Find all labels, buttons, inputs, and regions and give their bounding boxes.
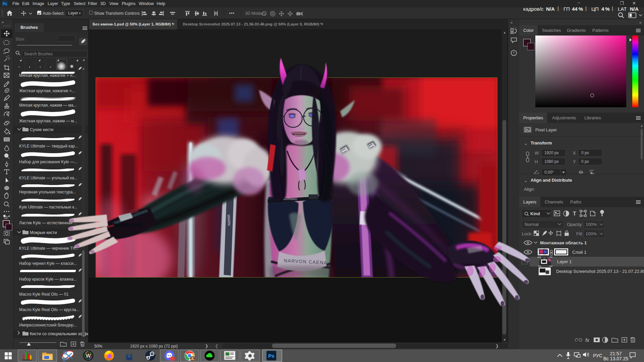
svg-text:Ластик Kyle — естественная ...: Ластик Kyle — естественная ...: [19, 221, 77, 225]
svg-text:100%: 100%: [586, 222, 597, 227]
svg-text:KYLE Ultimate — черчение Th...: KYLE Ultimate — черчение Th...: [19, 246, 78, 251]
svg-text:Lock:: Lock:: [522, 231, 532, 236]
svg-text:fx: fx: [585, 337, 589, 343]
svg-text:Масло Kyle Real Oils — 01: Масло Kyle Real Oils — 01: [19, 292, 69, 297]
svg-text:Kind: Kind: [530, 211, 540, 216]
svg-text:Набор чернил Kyle — класси...: Набор чернил Kyle — класси...: [19, 261, 77, 266]
svg-text:Вс 13.07.25: Вс 13.07.25: [603, 356, 629, 361]
svg-text:T: T: [573, 211, 576, 217]
svg-text:Desktop Screenshot 2025.07.13: Desktop Screenshot 2025.07.13 - 21.07.22…: [556, 269, 644, 274]
svg-text:Kyle Ultimate — пастельные к..: Kyle Ultimate — пастельные к...: [19, 205, 77, 209]
svg-text:Кисти со специальными эффект..: Кисти со специальными эффект...: [30, 331, 88, 336]
svg-text:Неровная угольная текстура...: Неровная угольная текстура...: [19, 190, 76, 194]
svg-text:Сухие кисти: Сухие кисти: [30, 127, 53, 132]
svg-text:Монтажная область 1: Монтажная область 1: [540, 240, 587, 245]
svg-text:Мягкая круглая, нажатие = н...: Мягкая круглая, нажатие = н...: [19, 73, 76, 78]
svg-text:Набор для рисования Kyle —...: Набор для рисования Kyle —...: [19, 160, 77, 164]
svg-text:Мокрые кисти: Мокрые кисти: [30, 230, 57, 235]
svg-text:Мягкая круглая, нажим — ма...: Мягкая круглая, нажим — ма...: [19, 103, 77, 108]
svg-text:Импрессионистский блендер...: Импрессионистский блендер...: [19, 323, 77, 327]
svg-text:Ps: Ps: [268, 353, 274, 359]
svg-text:Layer 1: Layer 1: [557, 259, 572, 264]
svg-text:РУС: РУС: [593, 353, 602, 358]
svg-text:Масло Kyle Real Oils — кругла.: Масло Kyle Real Oils — кругла...: [19, 307, 79, 312]
svg-text:Набор красок Kyle — влажна...: Набор красок Kyle — влажна...: [19, 277, 77, 282]
svg-text:KYLE Ultimate — твердый кар...: KYLE Ultimate — твердый кар...: [19, 144, 78, 148]
svg-text:Normal: Normal: [525, 222, 539, 227]
svg-text:W: W: [86, 353, 91, 359]
svg-text:Opacity:: Opacity:: [567, 222, 583, 227]
svg-text:Слой 1: Слой 1: [572, 250, 586, 255]
svg-text:100%: 100%: [586, 231, 597, 236]
svg-text:Жесткая круглая, нажатие =...: Жесткая круглая, нажатие =...: [19, 88, 75, 93]
svg-text:21:57: 21:57: [610, 351, 622, 356]
svg-text:Жесткая круглая, нажим — м...: Жесткая круглая, нажим — м...: [19, 119, 77, 123]
svg-text:Fill:: Fill:: [576, 231, 583, 236]
svg-text:KYLE Ultimate — угольный ка...: KYLE Ultimate — угольный ка...: [19, 176, 77, 180]
